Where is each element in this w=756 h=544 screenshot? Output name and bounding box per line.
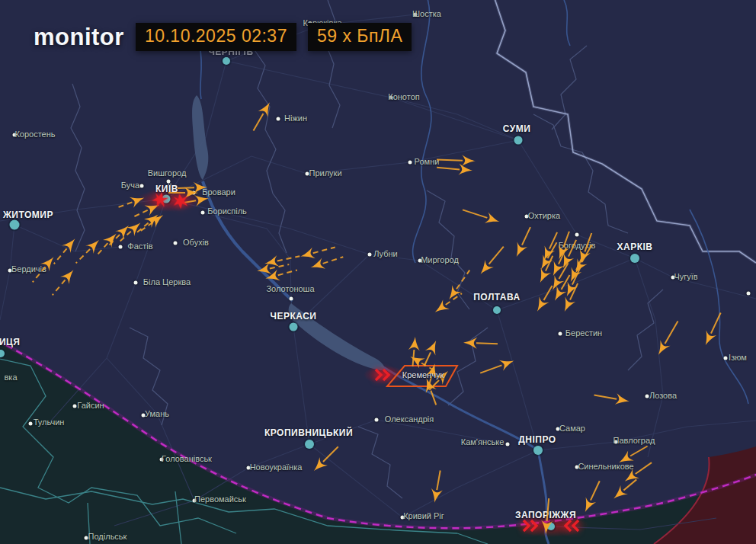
- drone-monitor-app: ЧЕРНІГІВКИЇВСУМИХАРКІВПОЛТАВАЧЕРКАСИКРОП…: [0, 0, 756, 544]
- timestamp-badge: 10.10.2025 02:37: [136, 23, 296, 51]
- brand-logo: monitor: [34, 24, 124, 51]
- drone-count-badge: 59 х БпЛА: [308, 23, 412, 51]
- kremenchuk-zone-label: Кременчук: [402, 370, 444, 379]
- map-canvas[interactable]: [0, 0, 756, 544]
- header: monitor 10.10.2025 02:37 59 х БпЛА: [34, 23, 412, 51]
